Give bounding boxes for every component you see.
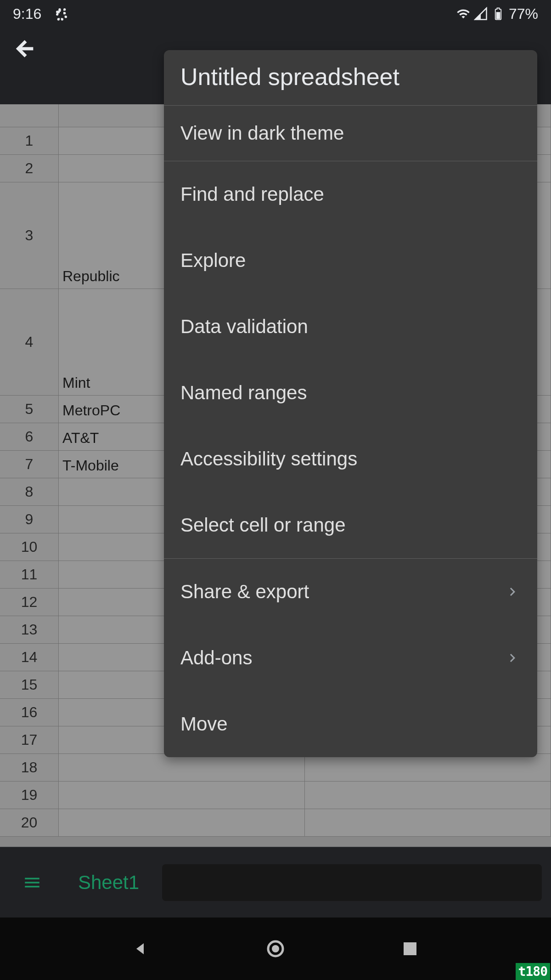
corner-cell [0, 104, 59, 127]
navigation-bar [0, 918, 551, 980]
row-header[interactable]: 14 [0, 644, 59, 671]
nav-recent-button[interactable] [399, 938, 421, 960]
menu-label: Share & export [180, 581, 309, 603]
back-button[interactable] [13, 36, 39, 62]
menu-item-accessibility[interactable]: Accessibility settings [164, 426, 537, 492]
menu-label: Find and replace [180, 183, 324, 205]
menu-item-select-range[interactable]: Select cell or range [164, 492, 537, 558]
row-header[interactable]: 3 [0, 182, 59, 289]
table-row: 19 [0, 782, 551, 809]
row-header[interactable]: 18 [0, 754, 59, 781]
formula-bar[interactable] [162, 864, 542, 901]
row-header[interactable]: 15 [0, 671, 59, 698]
overflow-menu: Untitled spreadsheet View in dark theme … [164, 50, 537, 757]
row-header[interactable]: 2 [0, 155, 59, 182]
svg-point-2 [272, 945, 279, 952]
menu-title: Untitled spreadsheet [164, 50, 537, 105]
cell[interactable] [305, 754, 551, 781]
row-header[interactable]: 17 [0, 726, 59, 753]
menu-label: Data validation [180, 316, 308, 338]
row-header[interactable]: 8 [0, 478, 59, 505]
menu-label: Move [180, 713, 228, 735]
sheet-tabs-bar: Sheet1 [0, 847, 551, 918]
row-header[interactable]: 13 [0, 616, 59, 643]
row-header[interactable]: 20 [0, 809, 59, 836]
menu-label: Named ranges [180, 382, 307, 404]
chevron-right-icon [504, 583, 521, 600]
row-header[interactable]: 11 [0, 561, 59, 588]
row-header[interactable]: 6 [0, 423, 59, 450]
sheets-menu-button[interactable] [0, 847, 64, 918]
slack-icon [54, 6, 69, 21]
row-header[interactable]: 4 [0, 289, 59, 395]
status-battery: 77% [509, 6, 538, 23]
row-header[interactable]: 19 [0, 782, 59, 809]
menu-label: Explore [180, 249, 246, 272]
nav-home-button[interactable] [264, 938, 287, 960]
status-bar-right: 77% [456, 6, 538, 23]
svg-rect-3 [404, 942, 416, 955]
sheet-tab-sheet1[interactable]: Sheet1 [64, 847, 153, 918]
signal-icon [474, 7, 488, 21]
row-header[interactable]: 12 [0, 589, 59, 616]
menu-label: Accessibility settings [180, 448, 357, 470]
row-header[interactable]: 5 [0, 396, 59, 423]
row-header[interactable]: 16 [0, 699, 59, 726]
cell[interactable] [305, 782, 551, 809]
menu-item-named-ranges[interactable]: Named ranges [164, 360, 537, 426]
menu-label: Select cell or range [180, 514, 346, 536]
status-bar: 9:16 77% [0, 0, 551, 28]
cell[interactable] [59, 782, 305, 809]
menu-item-move[interactable]: Move [164, 691, 537, 757]
cell[interactable] [305, 809, 551, 836]
row-header[interactable]: 9 [0, 506, 59, 533]
hamburger-icon [22, 873, 42, 892]
menu-item-data-validation[interactable]: Data validation [164, 294, 537, 360]
menu-item-share-export[interactable]: Share & export [164, 559, 537, 625]
table-row: 18 [0, 754, 551, 782]
cell[interactable] [59, 809, 305, 836]
chevron-right-icon [504, 650, 521, 666]
status-time: 9:16 [13, 6, 41, 23]
menu-item-view-dark[interactable]: View in dark theme [164, 106, 537, 161]
menu-label: View in dark theme [180, 122, 344, 144]
menu-item-explore[interactable]: Explore [164, 227, 537, 294]
row-header[interactable]: 10 [0, 533, 59, 561]
status-bar-left: 9:16 [13, 6, 69, 23]
battery-icon [491, 7, 505, 21]
watermark: t180 [516, 963, 550, 980]
menu-item-addons[interactable]: Add-ons [164, 625, 537, 691]
row-header[interactable]: 1 [0, 127, 59, 154]
row-header[interactable]: 7 [0, 451, 59, 478]
nav-back-button[interactable] [130, 938, 152, 960]
menu-item-find-replace[interactable]: Find and replace [164, 161, 537, 227]
cell[interactable] [59, 754, 305, 781]
table-row: 20 [0, 809, 551, 837]
wifi-icon [456, 7, 470, 21]
menu-label: Add-ons [180, 647, 252, 669]
